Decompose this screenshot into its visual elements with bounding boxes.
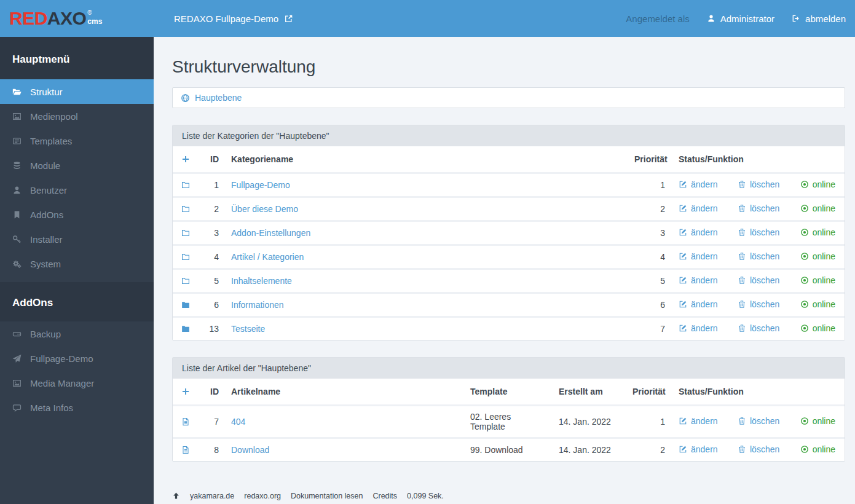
footer-link-dokumentation[interactable]: Dokumentation lesen	[291, 492, 363, 500]
database-icon	[12, 161, 22, 170]
category-priority: 2	[628, 197, 671, 221]
redaxo-logo[interactable]: REDAXO ® cms	[0, 9, 154, 28]
logo-cms-label: cms	[87, 18, 102, 25]
sidebar-item-backup[interactable]: Backup	[0, 321, 154, 346]
online-status-link[interactable]: online	[800, 203, 835, 213]
folder-icon	[181, 205, 190, 213]
key-icon	[12, 235, 22, 244]
footer-link-yakamara[interactable]: yakamara.de	[190, 492, 234, 500]
main-menu: Struktur Medienpool Templates Module Ben…	[0, 79, 154, 276]
table-row: 3 Addon-Einstellungen 3 ändern löschen o…	[173, 221, 845, 245]
article-link[interactable]: Download	[231, 445, 269, 455]
online-status-link[interactable]: online	[800, 251, 835, 261]
delete-link[interactable]: löschen	[738, 179, 779, 189]
category-link[interactable]: Artikel / Kategorien	[231, 252, 304, 262]
trash-icon	[738, 180, 746, 189]
hdd-icon	[12, 329, 22, 339]
edit-link[interactable]: ändern	[679, 416, 718, 426]
category-link[interactable]: Fullpage-Demo	[231, 180, 290, 190]
delete-link[interactable]: löschen	[738, 203, 779, 213]
online-status-link[interactable]: online	[800, 299, 835, 309]
online-status-link[interactable]: online	[800, 323, 835, 333]
delete-link[interactable]: löschen	[738, 251, 779, 261]
logo-wordmark: REDAXO	[9, 9, 86, 28]
user-icon	[707, 14, 715, 23]
edit-icon	[679, 180, 687, 189]
sidebar-item-label: Benutzer	[30, 185, 67, 195]
category-id: 13	[197, 317, 225, 341]
category-priority: 4	[628, 245, 671, 269]
category-link[interactable]: Informationen	[231, 300, 284, 310]
edit-link[interactable]: ändern	[679, 251, 718, 261]
sidebar-item-system[interactable]: System	[0, 251, 154, 276]
sidebar-item-label: Medienpool	[30, 111, 78, 122]
edit-link[interactable]: ändern	[679, 275, 718, 285]
add-article-button[interactable]	[181, 387, 190, 396]
sidebar-section-title-hauptmenu: Hauptmenü	[0, 37, 154, 79]
sidebar-item-struktur[interactable]: Struktur	[0, 79, 154, 104]
sidebar-item-media-manager[interactable]: Media Manager	[0, 371, 154, 395]
logo-suffix: ® cms	[87, 10, 102, 25]
breadcrumb: Hauptebene	[172, 87, 845, 108]
delete-link[interactable]: löschen	[738, 323, 779, 333]
category-id: 6	[197, 293, 225, 317]
edit-link[interactable]: ändern	[679, 323, 718, 333]
delete-link[interactable]: löschen	[738, 416, 779, 426]
sidebar-item-installer[interactable]: Installer	[0, 227, 154, 251]
articles-header-row: ID Artikelname Template Erstellt am Prio…	[173, 379, 845, 406]
registered-mark: ®	[87, 10, 92, 16]
sidebar-item-addons[interactable]: AddOns	[0, 202, 154, 227]
sidebar-item-meta-infos[interactable]: Meta Infos	[0, 395, 154, 420]
folder-filled-icon	[181, 325, 190, 333]
sidebar-item-module[interactable]: Module	[0, 153, 154, 178]
sidebar-item-benutzer[interactable]: Benutzer	[0, 178, 154, 202]
online-status-link[interactable]: online	[800, 179, 835, 189]
category-link[interactable]: Addon-Einstellungen	[231, 228, 310, 238]
footer-link-credits[interactable]: Credits	[372, 492, 397, 500]
dot-circle-icon	[800, 276, 809, 285]
site-preview-link[interactable]: REDAXO Fullpage-Demo	[174, 14, 293, 24]
edit-link[interactable]: ändern	[679, 299, 718, 309]
categories-table: ID Kategoriename Priorität Status/Funkti…	[173, 146, 845, 340]
categories-header-row: ID Kategoriename Priorität Status/Funkti…	[173, 146, 845, 173]
table-row: 5 Inhaltselemente 5 ändern löschen onlin…	[173, 269, 845, 293]
edit-link[interactable]: ändern	[679, 444, 718, 454]
external-link-icon	[284, 14, 293, 23]
sidebar: Hauptmenü Struktur Medienpool Templates …	[0, 37, 154, 504]
footer-link-redaxo[interactable]: redaxo.org	[244, 492, 281, 500]
breadcrumb-root-link[interactable]: Hauptebene	[181, 93, 242, 103]
category-link[interactable]: Testseite	[231, 324, 265, 334]
category-link[interactable]: Über diese Demo	[231, 204, 298, 214]
sidebar-section-main: Hauptmenü Struktur Medienpool Templates …	[0, 37, 154, 276]
logout-label: abmelden	[805, 14, 846, 24]
edit-link[interactable]: ändern	[679, 179, 718, 189]
folder-icon	[181, 229, 190, 237]
category-link[interactable]: Inhaltselemente	[231, 276, 292, 286]
sidebar-item-medienpool[interactable]: Medienpool	[0, 104, 154, 128]
scroll-top-button[interactable]	[172, 492, 180, 500]
delete-link[interactable]: löschen	[738, 299, 779, 309]
folder-icon	[181, 181, 190, 189]
delete-link[interactable]: löschen	[738, 444, 779, 454]
sidebar-item-templates[interactable]: Templates	[0, 128, 154, 153]
column-id: ID	[197, 379, 225, 406]
edit-link[interactable]: ändern	[679, 203, 718, 213]
user-account-link[interactable]: Administrator	[707, 14, 774, 24]
logout-link[interactable]: abmelden	[792, 14, 846, 24]
online-status-link[interactable]: online	[800, 275, 835, 285]
article-link[interactable]: 404	[231, 417, 245, 427]
online-status-link[interactable]: online	[800, 416, 835, 426]
add-category-button[interactable]	[181, 154, 190, 164]
column-erstellt-am: Erstellt am	[553, 379, 626, 406]
delete-link[interactable]: löschen	[738, 275, 779, 285]
article-created: 14. Jan. 2022	[553, 406, 626, 438]
edit-icon	[679, 417, 687, 425]
online-status-link[interactable]: online	[800, 227, 835, 237]
dot-circle-icon	[800, 300, 809, 309]
article-priority: 2	[626, 438, 671, 462]
edit-link[interactable]: ändern	[679, 227, 718, 237]
delete-link[interactable]: löschen	[738, 227, 779, 237]
sidebar-item-fullpage-demo[interactable]: Fullpage-Demo	[0, 346, 154, 371]
online-status-link[interactable]: online	[800, 444, 835, 454]
categories-panel-title: Liste der Kategorien der "Hauptebene"	[173, 125, 845, 146]
